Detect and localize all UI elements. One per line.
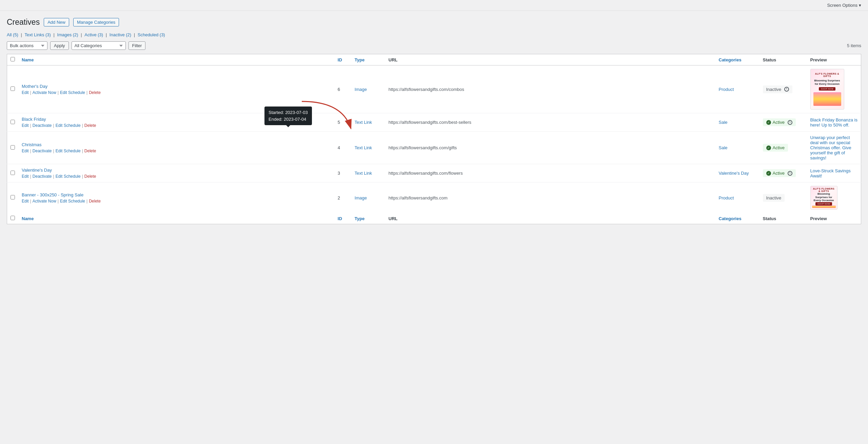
category-link[interactable]: Sale — [719, 145, 728, 150]
col-header-id[interactable]: ID — [334, 54, 351, 65]
status-text: Active — [773, 145, 785, 150]
type-link[interactable]: Text Link — [355, 145, 372, 150]
row-categories-cell: Valentine's Day — [715, 164, 760, 182]
row-checkbox[interactable] — [11, 195, 15, 199]
filter-scheduled[interactable]: Scheduled (3) — [138, 32, 165, 37]
row-action-edit[interactable]: Edit — [22, 199, 29, 204]
row-action-edit-schedule[interactable]: Edit Schedule — [56, 174, 81, 179]
creative-name-link[interactable]: Black Friday — [22, 117, 46, 122]
category-link[interactable]: Product — [719, 195, 734, 200]
row-action-deactivate[interactable]: Deactivate — [33, 174, 52, 179]
category-link[interactable]: Sale — [719, 120, 728, 125]
preview-image: ALF'S FLOWERS & GIFTS Blooming Surprises… — [810, 186, 837, 210]
filter-inactive[interactable]: Inactive (2) — [110, 32, 131, 37]
status-badge: Inactive — [763, 85, 793, 93]
manage-categories-button[interactable]: Manage Categories — [73, 18, 119, 26]
col-header-type[interactable]: Type — [351, 54, 385, 65]
col-header-name[interactable]: Name — [18, 54, 334, 65]
add-new-button[interactable]: Add New — [44, 18, 69, 26]
bulk-actions-select[interactable]: Bulk actions — [7, 41, 47, 50]
row-action-edit-schedule[interactable]: Edit Schedule — [60, 90, 85, 95]
row-action-activate-now[interactable]: Activate Now — [33, 90, 56, 95]
row-action-delete[interactable]: Delete — [84, 174, 96, 179]
preview-brand: ALF'S FLOWERS & GIFTS — [813, 73, 841, 77]
creative-name-link[interactable]: Valentine's Day — [22, 168, 52, 173]
category-link[interactable]: Valentine's Day — [719, 171, 749, 176]
filter-images[interactable]: Images (2) — [57, 32, 78, 37]
row-checkbox[interactable] — [11, 171, 15, 175]
schedule-icon[interactable] — [784, 87, 789, 92]
col-footer-preview: Preview — [807, 213, 861, 224]
action-separator: | — [30, 123, 31, 128]
row-name-cell: Mother's DayEdit | Activate Now | Edit S… — [18, 65, 334, 113]
categories-select[interactable]: All Categories — [72, 41, 126, 50]
row-preview-cell: Unwrap your perfect deal with our specia… — [807, 132, 861, 164]
row-url-cell: https://alfsflowersandgifts.com/gifts — [385, 132, 715, 164]
col-footer-name[interactable]: Name — [18, 213, 334, 224]
type-link[interactable]: Text Link — [355, 171, 372, 176]
row-action-edit[interactable]: Edit — [22, 149, 29, 153]
row-action-delete[interactable]: Delete — [84, 149, 96, 153]
row-checkbox[interactable] — [11, 120, 15, 124]
row-checkbox-cell — [7, 132, 19, 164]
select-all-checkbox[interactable] — [11, 57, 15, 61]
row-checkbox[interactable] — [11, 86, 15, 91]
table-header-row: Name ID Type URL Categories Status Previ… — [7, 54, 861, 65]
row-id-cell: 3 — [334, 164, 351, 182]
status-text: Inactive — [766, 87, 782, 92]
status-text: Inactive — [766, 195, 782, 200]
row-action-edit-schedule[interactable]: Edit Schedule — [56, 123, 81, 128]
items-count: 5 items — [847, 43, 861, 48]
row-action-edit[interactable]: Edit — [22, 90, 29, 95]
creative-name-link[interactable]: Mother's Day — [22, 84, 47, 89]
creative-name-link[interactable]: Banner - 300x250 - Spring Sale — [22, 192, 83, 197]
schedule-icon[interactable] — [788, 120, 792, 125]
row-action-delete[interactable]: Delete — [89, 199, 101, 204]
select-all-footer[interactable] — [7, 213, 19, 224]
row-url-cell: https://alfsflowersandgifts.com/flowers — [385, 164, 715, 182]
row-name-cell: Valentine's DayEdit | Deactivate | Edit … — [18, 164, 334, 182]
table-footer-row: Name ID Type URL Categories Status Previ… — [7, 213, 861, 224]
filter-button[interactable]: Filter — [129, 41, 146, 50]
select-all-footer-checkbox[interactable] — [11, 216, 15, 220]
row-action-deactivate[interactable]: Deactivate — [33, 149, 52, 153]
preview-shop-btn: SHOP NOW — [815, 202, 832, 206]
schedule-icon[interactable] — [788, 171, 792, 176]
top-bar: Screen Options ▾ — [0, 0, 868, 11]
preview-image: ALF'S FLOWERS & GIFTS Blooming Surprises… — [810, 69, 844, 110]
row-action-activate-now[interactable]: Activate Now — [33, 199, 56, 204]
row-action-edit[interactable]: Edit — [22, 123, 29, 128]
category-link[interactable]: Product — [719, 87, 734, 92]
action-separator: | — [86, 90, 87, 95]
screen-options-label: Screen Options — [827, 3, 857, 8]
filter-active[interactable]: Active (3) — [84, 32, 103, 37]
col-footer-id[interactable]: ID — [334, 213, 351, 224]
status-badge: ✓Active — [763, 169, 796, 177]
action-separator: | — [82, 123, 83, 128]
creative-name-link[interactable]: Christmas — [22, 142, 42, 147]
row-checkbox-cell — [7, 182, 19, 213]
type-link[interactable]: Image — [355, 87, 367, 92]
select-all-header[interactable] — [7, 54, 19, 65]
preview-text: Unwrap your perfect deal with our specia… — [810, 135, 851, 160]
row-action-deactivate[interactable]: Deactivate — [33, 123, 52, 128]
col-footer-type[interactable]: Type — [351, 213, 385, 224]
row-action-delete[interactable]: Delete — [84, 123, 96, 128]
row-id-cell: 5 — [334, 113, 351, 132]
type-link[interactable]: Image — [355, 195, 367, 200]
row-action-edit-schedule[interactable]: Edit Schedule — [56, 149, 81, 153]
action-separator: | — [30, 149, 31, 153]
table-row: Mother's DayEdit | Activate Now | Edit S… — [7, 65, 861, 113]
filter-text-links[interactable]: Text Links (3) — [25, 32, 51, 37]
action-separator: | — [86, 199, 87, 204]
screen-options-button[interactable]: Screen Options ▾ — [827, 3, 861, 8]
row-action-delete[interactable]: Delete — [89, 90, 101, 95]
row-action-edit[interactable]: Edit — [22, 174, 29, 179]
type-link[interactable]: Text Link — [355, 120, 372, 125]
row-checkbox-cell — [7, 65, 19, 113]
row-categories-cell: Sale — [715, 113, 760, 132]
apply-button[interactable]: Apply — [50, 41, 69, 50]
row-checkbox[interactable] — [11, 145, 15, 150]
filter-all[interactable]: All (5) — [7, 32, 18, 37]
row-action-edit-schedule[interactable]: Edit Schedule — [60, 199, 85, 204]
